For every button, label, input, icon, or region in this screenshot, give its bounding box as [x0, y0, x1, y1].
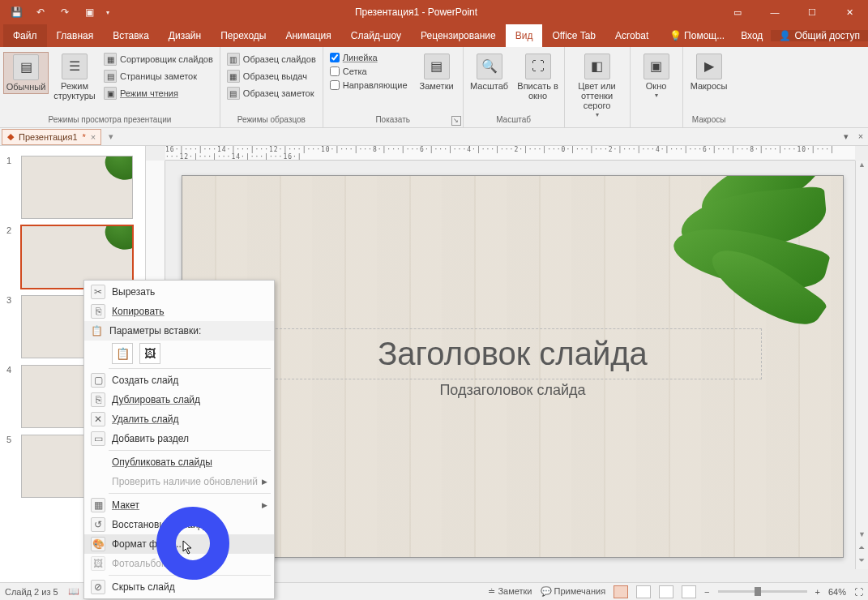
tab-view[interactable]: Вид	[506, 24, 543, 47]
qat-dropdown-icon[interactable]: ▾	[102, 1, 113, 24]
close-all-icon[interactable]: ×	[853, 131, 868, 142]
comments-toggle[interactable]: 💬 Примечания	[541, 586, 606, 597]
help-button[interactable]: 💡Помощ...	[661, 30, 733, 41]
gridlines-checkbox[interactable]: Сетка	[327, 66, 411, 77]
powerpoint-icon: ◆	[7, 131, 14, 142]
slide-sorter-button[interactable]: ▦Сортировщик слайдов	[100, 52, 216, 66]
fit-window-button[interactable]: ⛶ Вписать в окно	[515, 52, 561, 102]
macros-button[interactable]: ▶ Макросы	[686, 52, 732, 92]
signin-button[interactable]: Вход	[733, 30, 771, 41]
dialog-launcher-icon[interactable]: ↘	[451, 116, 461, 126]
cm-photo-album: 🖼Фотоальбом...	[84, 554, 274, 573]
cm-new-slide[interactable]: ▢Создать слайд	[84, 371, 274, 390]
sorter-view-status-button[interactable]	[636, 585, 651, 598]
tab-menu-icon[interactable]: ▾	[839, 131, 853, 142]
ribbon-options-icon[interactable]: ▭	[719, 0, 756, 24]
slideshow-status-button[interactable]	[682, 585, 696, 598]
cm-paste-header: 📋Параметры вставки:	[84, 321, 274, 341]
tab-acrobat[interactable]: Acrobat	[605, 24, 658, 47]
tab-slideshow[interactable]: Слайд-шоу	[341, 24, 411, 47]
cm-duplicate[interactable]: ⎘Дублировать слайд	[84, 390, 274, 409]
notes-toggle[interactable]: ≐ Заметки	[488, 586, 532, 597]
new-tab-button[interactable]: ▾	[105, 131, 118, 142]
tab-insert[interactable]: Вставка	[103, 24, 159, 47]
tab-home[interactable]: Главная	[47, 24, 104, 47]
ruler-checkbox[interactable]: Линейка	[327, 52, 411, 63]
redo-icon[interactable]: ↷	[53, 1, 76, 24]
cm-cut[interactable]: ✂Вырезать	[84, 282, 274, 302]
close-tab-icon[interactable]: ×	[91, 132, 96, 142]
window-title: Презентация1 - PowerPoint	[113, 6, 719, 18]
paste-picture-button[interactable]: 🖼	[139, 343, 160, 364]
notes-master-icon: ▤	[227, 87, 240, 100]
scroll-up-icon[interactable]: ▲	[856, 161, 869, 174]
cm-delete[interactable]: ✕Удалить слайд	[84, 409, 274, 429]
next-slide-icon[interactable]: ⏷	[856, 556, 869, 569]
tab-transitions[interactable]: Переходы	[211, 24, 276, 47]
normal-view-status-button[interactable]	[614, 585, 628, 598]
handout-master-button[interactable]: ▦Образец выдач	[224, 69, 319, 84]
slide-counter[interactable]: Слайд 2 из 5	[5, 587, 58, 597]
document-tab[interactable]: ◆ Презентация1 * ×	[2, 129, 101, 145]
section-icon: ▭	[91, 431, 105, 446]
fit-to-window-icon[interactable]: ⛶	[854, 587, 863, 597]
zoom-slider[interactable]	[718, 590, 807, 593]
prev-slide-icon[interactable]: ⏶	[856, 543, 869, 556]
new-slide-icon: ▢	[91, 373, 105, 388]
color-icon: ◧	[584, 54, 610, 79]
tab-design[interactable]: Дизайн	[159, 24, 211, 47]
notes-page-icon: ▤	[104, 70, 117, 83]
tab-file[interactable]: Файл	[3, 24, 47, 47]
vertical-scrollbar[interactable]: ▲ ▼ ⏶ ⏷	[855, 161, 868, 569]
paste-keep-format-button[interactable]: 📋	[112, 343, 133, 364]
cm-add-section[interactable]: ▭Добавить раздел	[84, 429, 274, 448]
window-button[interactable]: ▣ Окно ▾	[634, 52, 679, 101]
zoom-in-button[interactable]: +	[815, 587, 820, 597]
notes-master-button[interactable]: ▤Образец заметок	[224, 86, 319, 101]
spellcheck-icon[interactable]: 📖	[68, 586, 79, 597]
cm-copy[interactable]: ⎘Копировать	[84, 302, 274, 321]
horizontal-ruler[interactable]: 16·|···|···14·|···|···12·|···|···10·|···…	[165, 146, 855, 161]
slide-canvas[interactable]: Заголовок слайда Подзаголовок слайда	[182, 175, 844, 558]
zoom-button[interactable]: 🔍 Масштаб	[467, 52, 512, 92]
outline-view-button[interactable]: ☰ Режим структуры	[52, 52, 97, 102]
notes-page-button[interactable]: ▤Страницы заметок	[100, 69, 216, 84]
cm-hide-slide[interactable]: ⊘Скрыть слайд	[84, 577, 274, 597]
scroll-down-icon[interactable]: ▼	[856, 530, 869, 543]
notes-pane-button[interactable]: ▤ Заметки	[414, 52, 460, 92]
start-slideshow-icon[interactable]: ▣	[78, 1, 100, 24]
color-grayscale-button[interactable]: ◧ Цвет или оттенки серого ▾	[568, 52, 626, 121]
minimize-button[interactable]: —	[756, 0, 793, 24]
format-bg-icon: 🎨	[91, 537, 105, 551]
slide-master-icon: ▥	[227, 53, 240, 66]
tab-review[interactable]: Рецензирование	[411, 24, 506, 47]
reading-view-status-button[interactable]	[659, 585, 673, 598]
cm-reset[interactable]: ↺Восстановить слайд	[84, 515, 274, 534]
cm-layout[interactable]: ▦Макет▶	[84, 495, 274, 515]
tab-animations[interactable]: Анимация	[276, 24, 340, 47]
slide-master-button[interactable]: ▥Образец слайдов	[224, 52, 319, 66]
normal-view-button[interactable]: ▤ Обычный	[3, 52, 49, 94]
share-button[interactable]: 👤Общий доступ	[771, 30, 868, 41]
reading-icon: ▣	[104, 87, 117, 100]
ribbon: ▤ Обычный ☰ Режим структуры ▦Сортировщик…	[0, 47, 868, 128]
undo-icon[interactable]: ↶	[29, 1, 52, 24]
macros-icon: ▶	[696, 54, 722, 79]
save-icon[interactable]: 💾	[5, 1, 28, 24]
tab-officetab[interactable]: Office Tab	[542, 24, 605, 47]
maximize-button[interactable]: ☐	[793, 0, 831, 24]
cm-format-background[interactable]: 🎨Формат фона...	[84, 534, 274, 554]
slide-thumb-1[interactable]: 1	[0, 152, 145, 222]
guides-checkbox[interactable]: Направляющие	[327, 79, 411, 91]
reading-view-button[interactable]: ▣Режим чтения	[100, 86, 216, 101]
cm-publish[interactable]: Опубликовать слайды	[84, 452, 274, 472]
outline-view-icon: ☰	[62, 54, 88, 79]
close-button[interactable]: ✕	[831, 0, 868, 24]
subtitle-placeholder[interactable]: Подзаголовок слайда	[263, 382, 762, 399]
notes-icon: ▤	[424, 54, 450, 79]
zoom-out-button[interactable]: −	[704, 587, 709, 597]
sorter-icon: ▦	[104, 53, 117, 66]
group-zoom: 🔍 Масштаб ⛶ Вписать в окно Масштаб	[464, 47, 565, 127]
title-placeholder[interactable]: Заголовок слайда	[263, 328, 762, 379]
zoom-level[interactable]: 64%	[828, 587, 846, 597]
